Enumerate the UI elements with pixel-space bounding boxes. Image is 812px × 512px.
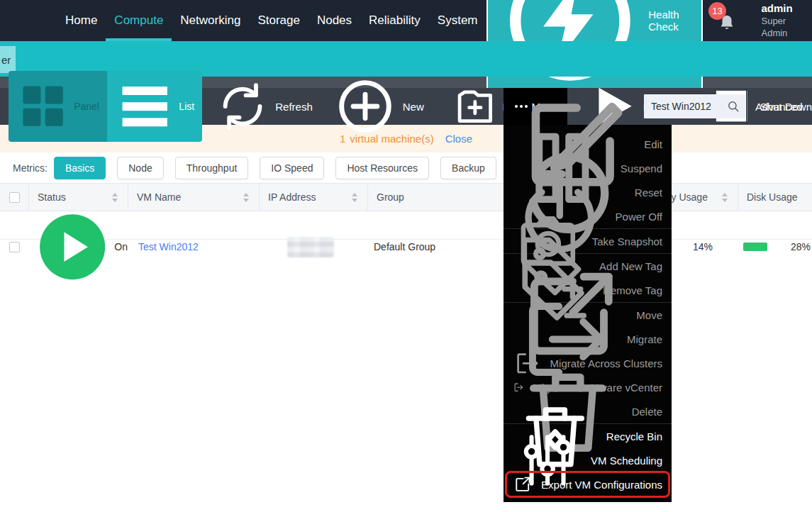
column-header-vm-name[interactable]: VM Name [128,184,259,211]
new-label: New [403,101,424,113]
metrics-tab-basics[interactable]: Basics [54,157,106,179]
list-view-button[interactable]: List [107,71,202,142]
vm-table-header: Status VM Name IP Address Group Memory U… [0,183,812,211]
panel-view-button[interactable]: Panel [9,71,107,142]
sort-icon[interactable] [722,193,728,202]
nav-item-networking[interactable]: Networking [172,0,249,41]
grid-icon [16,79,69,133]
nav-item-system[interactable]: System [429,0,486,41]
search-box [644,94,745,118]
advanced-label: Advanced [755,101,803,113]
metrics-tab-io-speed[interactable]: IO Speed [260,157,324,179]
nav-item-nodes[interactable]: Nodes [308,0,360,41]
refresh-icon [215,79,270,134]
power-on-status-icon [37,211,108,282]
plus-circle-icon [333,74,398,139]
user-name: admin [761,1,798,16]
search-icon[interactable] [727,100,740,113]
nav-item-compute[interactable]: Compute [106,0,172,41]
metrics-bar: Metrics: Basics Node Throughput IO Speed… [0,152,812,183]
column-header-status[interactable]: Status [28,184,128,211]
close-notice-link[interactable]: Close [445,133,472,145]
user-info[interactable]: admin Super Admin [761,1,798,39]
panel-view-label: Panel [74,101,99,112]
list-icon [115,77,174,136]
notification-badge: 13 [708,2,726,20]
sort-icon[interactable] [243,193,249,202]
advanced-search-button[interactable]: Advanced [746,88,812,125]
nav-item-storage[interactable]: Storage [249,0,308,41]
metrics-tab-host-resources[interactable]: Host Resources [335,157,429,179]
sort-icon[interactable] [112,193,118,202]
vm-toolbar: Panel List Refresh New New Group Power O… [0,88,812,125]
notification-area: 13 [711,1,733,40]
disk-usage-value: 28% [791,241,811,252]
metrics-tab-throughput[interactable]: Throughput [175,157,249,179]
nav-items: Home Compute Networking Storage Nodes Re… [57,0,486,41]
vm-name-link[interactable]: Test Win2012 [128,241,199,252]
vm-name-cell: Test Win2012 [128,211,259,282]
nav-item-reliability[interactable]: Reliability [360,0,429,41]
ip-address-redacted [287,237,334,257]
status-text: On [114,241,128,252]
top-navigation: Home Compute Networking Storage Nodes Re… [0,0,812,41]
ip-address-cell [259,211,367,282]
folder-plus-icon [452,84,498,129]
status-cell: On [28,211,128,282]
menu-item-export-vm-configurations[interactable]: Export VM Configurations [504,472,672,496]
row-checkbox-cell [0,211,28,282]
user-role: Super Admin [761,16,798,40]
metrics-tab-node[interactable]: Node [117,157,163,179]
row-checkbox[interactable] [9,242,20,252]
table-row[interactable]: On Test Win2012 Default Group 14% 28% [0,211,812,240]
memory-usage-value: 14% [693,241,713,252]
menu-item-vm-scheduling[interactable]: VM Scheduling [504,448,672,472]
disk-usage-bar [743,243,767,251]
chevron-down-icon [808,104,812,108]
column-header-disk-usage[interactable]: Disk Usage [738,184,812,211]
view-toggle: Panel List [9,71,202,142]
column-header-ip-address[interactable]: IP Address [259,184,367,211]
sort-icon[interactable] [352,193,357,202]
partial-tab[interactable]: er [0,46,16,73]
select-all-cell [0,184,28,211]
nav-item-home[interactable]: Home [57,0,106,41]
export-icon [513,474,533,494]
new-vm-button[interactable]: New [333,74,424,139]
menu-item-migrate[interactable]: Migrate [504,327,672,351]
metrics-label: Metrics: [13,162,48,174]
group-text: Default Group [374,241,435,252]
refresh-button[interactable]: Refresh [215,79,313,134]
select-all-checkbox[interactable] [9,192,20,203]
refresh-label: Refresh [275,101,313,113]
health-check-label: Health Check [648,9,692,33]
more-dropdown-menu: Edit Suspend Reset Power Off Take Snapsh… [504,125,672,502]
metrics-tab-backup[interactable]: Backup [440,157,496,179]
list-view-label: List [179,101,194,112]
search-input[interactable] [644,101,727,112]
disk-usage-cell: 28% [738,211,812,282]
app-window: Home Compute Networking Storage Nodes Re… [0,0,812,512]
